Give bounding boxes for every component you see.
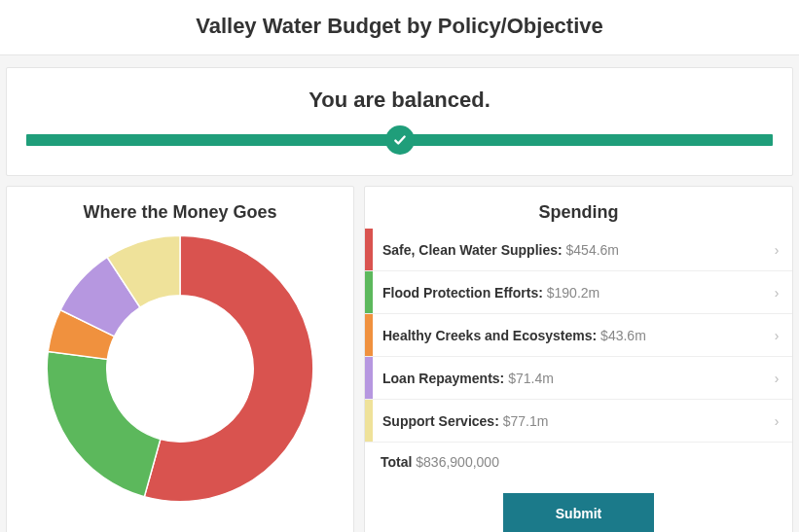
- spending-item-text: Flood Protection Efforts: $190.2m: [373, 285, 769, 301]
- color-swatch: [365, 271, 373, 313]
- balance-status-card: You are balanced.: [6, 67, 793, 176]
- spending-item[interactable]: Healthy Creeks and Ecosystems: $43.6m›: [365, 314, 792, 357]
- spending-item[interactable]: Support Services: $77.1m›: [365, 400, 792, 443]
- chevron-right-icon: ›: [769, 371, 792, 386]
- donut-title: Where the Money Goes: [17, 202, 344, 223]
- chevron-right-icon: ›: [769, 242, 792, 258]
- chevron-right-icon: ›: [769, 328, 792, 343]
- chevron-right-icon: ›: [769, 285, 792, 301]
- spending-item[interactable]: Loan Repayments: $71.4m›: [365, 357, 792, 400]
- spending-item[interactable]: Flood Protection Efforts: $190.2m›: [365, 271, 792, 314]
- spending-item[interactable]: Safe, Clean Water Supplies: $454.6m›: [365, 229, 792, 271]
- chevron-right-icon: ›: [769, 413, 792, 429]
- spending-item-text: Support Services: $77.1m: [373, 413, 769, 429]
- total-label: Total: [381, 454, 412, 470]
- donut-chart: [40, 229, 320, 509]
- color-swatch: [365, 357, 373, 399]
- header: Valley Water Budget by Policy/Objective: [0, 0, 799, 55]
- donut-slice: [47, 351, 161, 496]
- spending-item-text: Healthy Creeks and Ecosystems: $43.6m: [373, 328, 769, 343]
- check-icon: [385, 125, 415, 155]
- donut-card: Where the Money Goes: [6, 186, 354, 532]
- spending-total-row: Total $836,900,000: [365, 443, 792, 481]
- color-swatch: [365, 229, 373, 270]
- page-title: Valley Water Budget by Policy/Objective: [0, 14, 799, 39]
- spending-item-text: Safe, Clean Water Supplies: $454.6m: [373, 242, 769, 258]
- spending-item-text: Loan Repayments: $71.4m: [373, 371, 769, 386]
- spending-card: Spending Safe, Clean Water Supplies: $45…: [364, 186, 793, 532]
- spending-list: Safe, Clean Water Supplies: $454.6m›Floo…: [365, 229, 792, 443]
- balance-status-text: You are balanced.: [26, 88, 773, 113]
- total-value: $836,900,000: [416, 454, 499, 470]
- color-swatch: [365, 400, 373, 442]
- submit-button[interactable]: Submit: [503, 493, 654, 532]
- color-swatch: [365, 314, 373, 356]
- balance-bar: [26, 134, 773, 146]
- spending-title: Spending: [365, 202, 792, 223]
